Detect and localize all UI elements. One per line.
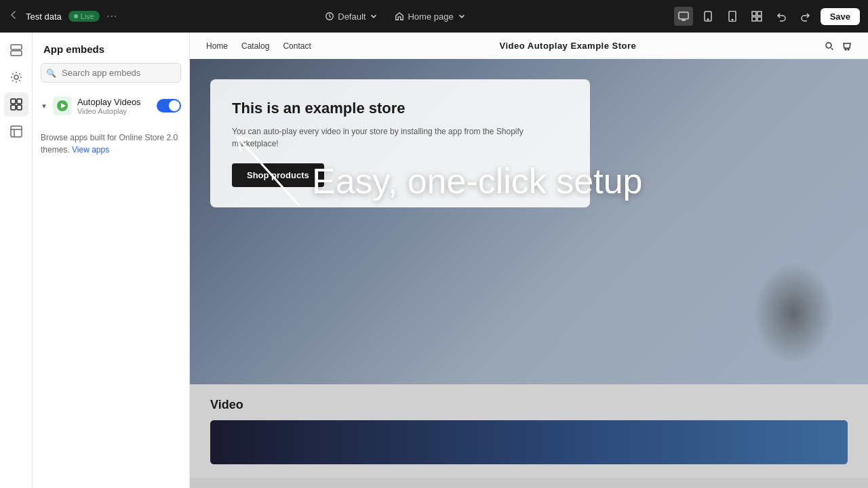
video-section-title: Video xyxy=(210,398,848,412)
app-info: Autoplay Videos Video Autoplay xyxy=(77,97,151,115)
svg-rect-17 xyxy=(11,126,22,137)
panel-header: App embeds xyxy=(33,33,189,63)
svg-rect-16 xyxy=(17,105,22,110)
header-left: Test data Live ··· xyxy=(8,9,117,24)
desktop-view-button[interactable] xyxy=(674,7,693,26)
preview-wrapper: Home Catalog Contact Video Autoplay Exam… xyxy=(190,33,868,488)
mobile-view-button[interactable] xyxy=(723,7,742,26)
layout-icon-button[interactable] xyxy=(4,119,28,144)
svg-rect-1 xyxy=(679,12,688,19)
svg-rect-10 xyxy=(11,45,22,49)
left-panel: App embeds 🔍 ▼ Autoplay Videos Video Aut… xyxy=(33,33,190,488)
app-embed-item: ▼ Autoplay Videos Video Autoplay xyxy=(33,91,189,121)
nav-link-contact[interactable]: Contact xyxy=(283,41,311,51)
expand-button[interactable]: ▼ xyxy=(41,102,47,110)
svg-rect-14 xyxy=(17,99,22,104)
store-name: Test data xyxy=(26,12,62,22)
store-nav-icons xyxy=(825,41,852,51)
homepage-selector[interactable]: Home page xyxy=(395,12,466,22)
search-box: 🔍 xyxy=(41,63,181,83)
svg-rect-15 xyxy=(11,105,16,110)
view-apps-link[interactable]: View apps xyxy=(72,145,109,155)
theme-settings-icon-button[interactable] xyxy=(4,65,28,89)
store-hero: This is an example store You can auto-pl… xyxy=(190,59,868,384)
save-button[interactable]: Save xyxy=(821,8,860,25)
grid-button[interactable] xyxy=(747,7,766,26)
more-button[interactable]: ··· xyxy=(106,10,117,22)
search-icon: 🔍 xyxy=(46,68,56,78)
live-label: Live xyxy=(81,12,94,20)
header-center: Default Home page xyxy=(123,12,668,22)
main-body: App embeds 🔍 ▼ Autoplay Videos Video Aut… xyxy=(0,33,868,488)
hero-body: You can auto-play every video in your st… xyxy=(232,125,568,150)
svg-point-12 xyxy=(14,75,18,79)
apps-icon-button[interactable] xyxy=(4,92,28,117)
hero-card: This is an example store You can auto-pl… xyxy=(210,79,590,207)
sections-icon-button[interactable] xyxy=(4,38,28,62)
svg-point-5 xyxy=(732,19,733,20)
default-selector[interactable]: Default xyxy=(325,12,378,22)
store-preview: Home Catalog Contact Video Autoplay Exam… xyxy=(190,33,868,488)
svg-rect-8 xyxy=(752,17,756,21)
svg-rect-6 xyxy=(752,12,756,16)
svg-rect-13 xyxy=(11,99,16,104)
redo-button[interactable] xyxy=(796,7,815,26)
back-button[interactable] xyxy=(8,9,19,24)
svg-rect-7 xyxy=(757,12,762,16)
home-page-label: Home page xyxy=(408,12,453,22)
live-badge: Live xyxy=(68,11,100,22)
icon-sidebar xyxy=(0,33,33,488)
toggle-knob xyxy=(169,100,180,111)
app-sub: Video Autoplay xyxy=(77,107,151,115)
undo-button[interactable] xyxy=(772,7,791,26)
svg-point-3 xyxy=(707,19,709,20)
svg-rect-11 xyxy=(11,51,22,56)
hero-heading: This is an example store xyxy=(232,100,568,117)
search-input[interactable] xyxy=(41,63,181,83)
top-header: Test data Live ··· Default Home page xyxy=(0,0,868,33)
header-right: Save xyxy=(674,7,860,26)
app-name: Autoplay Videos xyxy=(77,97,151,107)
shop-products-button[interactable]: Shop products xyxy=(232,163,324,187)
nav-link-catalog[interactable]: Catalog xyxy=(241,41,269,51)
svg-point-21 xyxy=(845,49,846,50)
preview-area: Home Catalog Contact Video Autoplay Exam… xyxy=(190,33,868,488)
store-navbar: Home Catalog Contact Video Autoplay Exam… xyxy=(190,33,868,59)
video-section: Video xyxy=(190,384,868,478)
browse-text: Browse apps built for Online Store 2.0 t… xyxy=(33,121,189,167)
video-thumbnail xyxy=(210,420,848,464)
nav-link-home[interactable]: Home xyxy=(206,41,228,51)
svg-point-22 xyxy=(848,49,849,50)
svg-rect-9 xyxy=(757,17,762,21)
tablet-view-button[interactable] xyxy=(698,7,717,26)
store-title: Video Autoplay Example Store xyxy=(499,41,636,51)
store-nav-links: Home Catalog Contact xyxy=(206,41,311,51)
live-dot xyxy=(74,14,78,18)
default-label: Default xyxy=(338,12,366,22)
svg-point-20 xyxy=(826,43,831,48)
app-icon xyxy=(53,96,72,115)
toggle-switch[interactable] xyxy=(157,99,181,113)
